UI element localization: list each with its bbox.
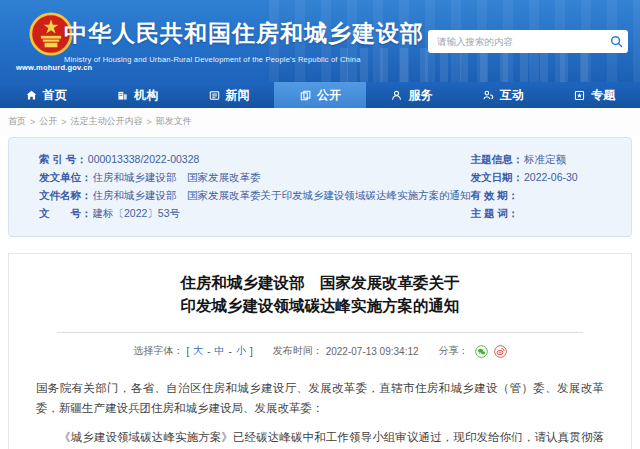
article-paragraph: 《城乡建设领域碳达峰实施方案》已经碳达峰碳中和工作领导小组审议通过，现印发给你们… [36,427,604,449]
breadcrumb: 首页 > 公开 > 法定主动公开内容 > 部发文件 [0,108,640,135]
nav-item-news[interactable]: 新闻 [183,82,274,108]
font-size-medium[interactable]: 中 [215,344,225,358]
publish-time-label: 发布时间： [273,344,323,358]
breadcrumb-statutory[interactable]: 法定主动公开内容 [71,115,143,128]
breadcrumb-separator: > [147,117,152,127]
nav-item-organization[interactable]: 机构 [91,82,182,108]
meta-value: 建标〔2022〕53号 [93,207,181,219]
ministry-title-cn: 中华人民共和国住房和城乡建设部 [64,18,424,49]
meta-label: 文 号： [39,207,92,219]
breadcrumb-current: 部发文件 [156,115,192,128]
meta-value: 住房和城乡建设部 国家发展改革委关于印发城乡建设领域碳达峰实施方案的通知 [93,189,471,201]
font-size-small[interactable]: 小 [236,344,246,358]
nav-label: 服务 [408,87,432,104]
document-meta-box: 索 引 号： 000013338/2022-00328 发文单位： 住房和城乡建… [8,137,632,237]
meta-row-validity: 有 效 期： [471,189,608,201]
nav-item-disclosure[interactable]: 公开 [274,82,365,108]
font-select-label: 选择字体： [133,344,183,358]
special-topic-icon [573,89,586,102]
weibo-icon[interactable] [494,345,507,358]
nav-label: 专题 [591,87,615,104]
meta-label: 文件名称： [39,189,92,201]
article-title: 住房和城乡建设部 国家发展改革委关于 印发城乡建设领域碳达峰实施方案的通知 [9,271,631,317]
site-header: www.mohurd.gov.cn 中华人民共和国住房和城乡建设部 Minist… [0,0,640,82]
article-meta-row: 选择字体：[大-中-小] 发布时间：2022-07-13 09:34:12 分享… [9,344,631,358]
news-icon [208,89,221,102]
meta-value: 2022-06-30 [524,171,578,183]
meta-label: 发文单位： [39,171,92,183]
meta-row-issue-date: 发文日期： 2022-06-30 [471,171,608,183]
bracket-close: ] [250,346,253,357]
meta-label: 有 效 期： [471,189,519,201]
header-titles: 中华人民共和国住房和城乡建设部 Ministry of Housing and … [64,18,424,64]
ministry-title-en: Ministry of Housing and Urban-Rural Deve… [64,55,424,64]
article-title-line2: 印发城乡建设领域碳达峰实施方案的通知 [181,297,460,314]
nav-item-interaction[interactable]: 互动 [457,82,548,108]
nav-item-home[interactable]: 首页 [0,82,91,108]
nav-item-service[interactable]: 服务 [366,82,457,108]
font-size-large[interactable]: 大 [193,344,203,358]
meta-value: 000013338/2022-00328 [88,153,200,165]
meta-label: 索 引 号： [39,153,87,165]
home-icon [25,89,38,102]
page: www.mohurd.gov.cn 中华人民共和国住房和城乡建设部 Minist… [0,0,640,449]
meta-row-keywords: 主 题 词： [471,207,608,219]
meta-label: 主 题 词： [471,207,519,219]
meta-row-topic-info: 主题信息： 标准定额 [471,153,608,165]
meta-row-issuing-unit: 发文单位： 住房和城乡建设部 国家发展改革委 [39,171,471,183]
main-nav: 首页 机构 新闻 公开 服务 互动 [0,82,640,108]
search-box [428,30,628,53]
article-title-line1: 住房和城乡建设部 国家发展改革委关于 [181,274,460,291]
title-divider [57,332,583,333]
meta-row-file-name: 文件名称： 住房和城乡建设部 国家发展改革委关于印发城乡建设领域碳达峰实施方案的… [39,189,471,201]
breadcrumb-disclosure[interactable]: 公开 [39,115,57,128]
disclosure-icon [299,89,312,102]
breadcrumb-separator: > [61,117,66,127]
interaction-icon [482,89,495,102]
breadcrumb-separator: > [30,117,35,127]
service-icon [390,89,403,102]
font-size-separator: - [207,346,210,357]
font-size-separator: - [229,346,232,357]
breadcrumb-home[interactable]: 首页 [8,115,26,128]
wechat-icon[interactable] [475,345,488,358]
article-body: 国务院有关部门，各省、自治区住房和城乡建设厅、发展改革委，直辖市住房和城乡建设（… [36,378,604,449]
nav-label: 机构 [134,87,158,104]
article-paragraph: 国务院有关部门，各省、自治区住房和城乡建设厅、发展改革委，直辖市住房和城乡建设（… [36,378,604,418]
meta-row-index-number: 索 引 号： 000013338/2022-00328 [39,153,471,165]
meta-col-left: 索 引 号： 000013338/2022-00328 发文单位： 住房和城乡建… [39,153,471,236]
search-icon[interactable] [604,30,628,53]
publish-time-value: 2022-07-13 09:34:12 [326,346,419,357]
meta-col-right: 主题信息： 标准定额 发文日期： 2022-06-30 有 效 期： 主 题 词… [471,153,608,236]
search-input[interactable] [428,36,604,47]
bracket-open: [ [186,346,189,357]
organization-icon [116,89,129,102]
nav-label: 公开 [317,87,341,104]
meta-value: 标准定额 [524,153,566,165]
site-url: www.mohurd.gov.cn [16,63,86,72]
meta-label: 主题信息： [471,153,524,165]
share-label: 分享： [439,344,469,358]
nav-label: 互动 [500,87,524,104]
nav-label: 首页 [43,87,67,104]
article-panel: 住房和城乡建设部 国家发展改革委关于 印发城乡建设领域碳达峰实施方案的通知 选择… [8,253,632,449]
nav-label: 新闻 [226,87,250,104]
meta-label: 发文日期： [471,171,524,183]
meta-row-doc-number: 文 号： 建标〔2022〕53号 [39,207,471,219]
meta-value: 住房和城乡建设部 国家发展改革委 [93,171,261,183]
nav-item-special-topic[interactable]: 专题 [549,82,640,108]
